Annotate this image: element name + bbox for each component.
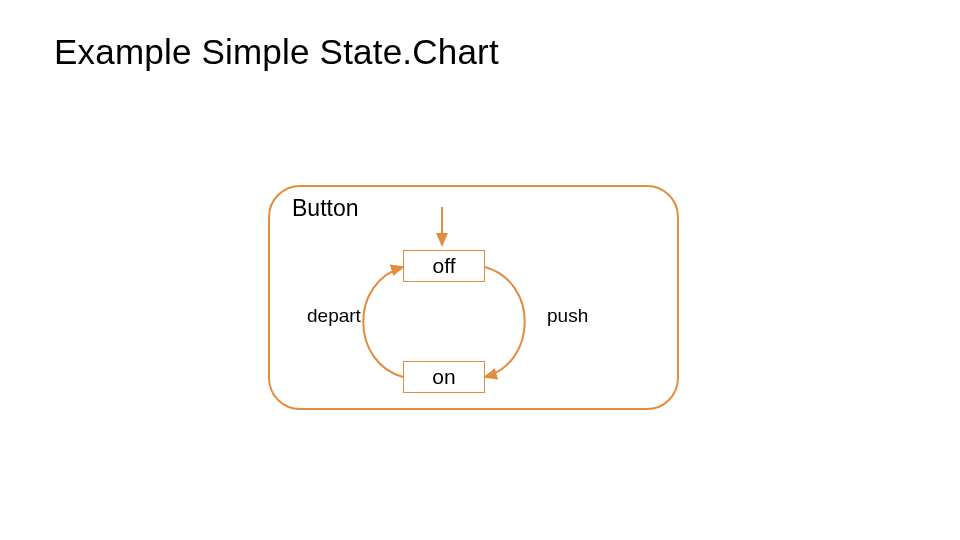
state-off: off: [403, 250, 485, 282]
slide-title: Example Simple State.Chart: [54, 32, 499, 72]
transition-label-push: push: [547, 305, 588, 327]
depart-arrow-icon: [363, 267, 403, 377]
container-label: Button: [292, 195, 359, 222]
state-on: on: [403, 361, 485, 393]
transition-label-depart: depart: [307, 305, 361, 327]
push-arrow-icon: [485, 267, 525, 377]
statechart-container: Button off on depart push: [268, 185, 679, 410]
